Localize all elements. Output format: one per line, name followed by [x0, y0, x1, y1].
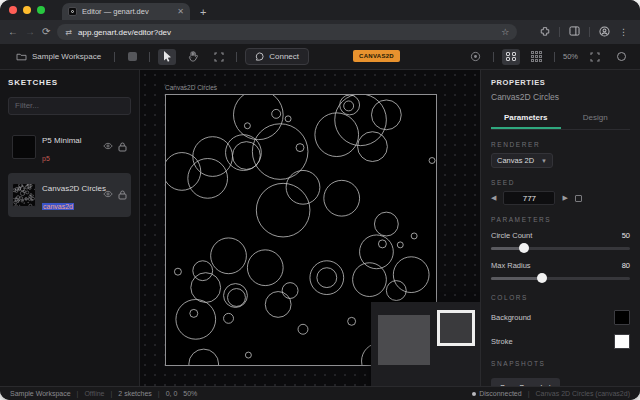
param-row-circle-count: Circle Count 50 — [491, 231, 630, 240]
status-workspace: Sample Workspace — [10, 390, 71, 397]
grid-2x2-icon — [506, 52, 516, 62]
profile-icon[interactable] — [599, 26, 610, 39]
pan-tool-button[interactable] — [184, 49, 202, 65]
divider: | — [77, 390, 79, 397]
properties-title: PROPERTIES — [491, 78, 630, 87]
site-settings-icon[interactable]: ⇄ — [65, 28, 72, 37]
sketch-meta: Canvas2D Circles canvas2d — [42, 177, 97, 213]
lock-icon[interactable] — [118, 190, 127, 200]
stroke-color-swatch[interactable] — [614, 334, 630, 349]
sketch-tag: p5 — [42, 155, 50, 162]
sketch-name: Canvas2D Circles — [42, 184, 106, 193]
sketch-tag: canvas2d — [42, 203, 74, 210]
divider: | — [158, 390, 160, 397]
sketch-actions — [103, 142, 127, 152]
connection-label: Disconnected — [479, 390, 521, 397]
grid-view-button[interactable] — [502, 49, 520, 65]
maximize-window-button[interactable] — [37, 6, 45, 14]
snapshot-preview-panel — [371, 302, 480, 386]
eye-icon[interactable] — [103, 142, 113, 150]
snapshot-thumbnail[interactable] — [378, 315, 430, 365]
forward-icon[interactable]: → — [25, 27, 35, 37]
divider — [559, 27, 560, 37]
random-seed-icon[interactable] — [575, 195, 582, 202]
back-icon[interactable]: ← — [8, 27, 18, 37]
sketch-item-canvas2d-circles[interactable]: Canvas2D Circles canvas2d — [8, 173, 131, 217]
browser-actions: ⋮ — [540, 26, 632, 39]
slider-thumb[interactable] — [519, 243, 529, 253]
connection-status: Disconnected — [472, 390, 521, 397]
renderer-dropdown[interactable]: Canvas 2D ▼ — [491, 153, 553, 168]
bookmark-star-icon[interactable]: ☆ — [501, 27, 509, 37]
eye-icon[interactable] — [103, 190, 113, 198]
background-color-swatch[interactable] — [614, 310, 630, 325]
param-value: 80 — [622, 261, 630, 270]
extensions-icon[interactable] — [540, 26, 550, 38]
circle-count-slider[interactable] — [491, 243, 630, 253]
select-tool-button[interactable] — [158, 49, 176, 65]
properties-tabs: Parameters Design — [491, 109, 630, 130]
status-coordinates: 0, 0 — [166, 390, 178, 397]
browser-window: Editor — genart.dev ✕ + ← → ⟳ ⇄ app.gena… — [0, 0, 640, 400]
browser-tab[interactable]: Editor — genart.dev ✕ — [62, 3, 190, 20]
editor-toolbar: Sample Workspace Connect CANVAS2D — [0, 44, 640, 70]
sketch-item-p5-minimal[interactable]: P5 Minimal p5 — [8, 125, 131, 169]
tab-parameters[interactable]: Parameters — [491, 109, 561, 129]
filter-input[interactable] — [8, 97, 131, 115]
tab-design[interactable]: Design — [561, 109, 631, 129]
folder-icon — [15, 51, 27, 63]
tab-favicon-icon — [68, 7, 77, 16]
zoom-fit-button[interactable] — [586, 49, 604, 65]
stop-render-button[interactable] — [123, 49, 141, 65]
snapshots-section-label: SNAPSHOTS — [491, 360, 630, 367]
close-window-button[interactable] — [9, 6, 17, 14]
param-label: Max Radius — [491, 261, 531, 270]
hand-icon — [188, 51, 198, 62]
divider — [114, 52, 115, 62]
fit-view-button[interactable] — [210, 49, 228, 65]
reload-icon[interactable]: ⟳ — [42, 27, 50, 37]
divider: | — [528, 390, 530, 397]
status-offline: Offline — [84, 390, 104, 397]
new-tab-button[interactable]: + — [200, 4, 206, 20]
workspace-button[interactable]: Sample Workspace — [10, 48, 106, 66]
minimize-window-button[interactable] — [23, 6, 31, 14]
record-button[interactable] — [467, 49, 485, 65]
color-row-background: Background — [491, 310, 630, 325]
renderer-value: Canvas 2D — [497, 156, 534, 165]
address-bar[interactable]: ⇄ app.genart.dev/editor?dev ☆ — [57, 24, 517, 40]
seed-value-input[interactable]: 777 — [503, 191, 555, 205]
sketch-actions — [103, 190, 127, 200]
divider — [554, 52, 555, 62]
fine-grid-button[interactable] — [528, 49, 546, 65]
param-label: Circle Count — [491, 231, 532, 240]
snapshot-thumbnail-selected[interactable] — [437, 310, 475, 346]
param-value: 50 — [622, 231, 630, 240]
chat-bubble-icon — [255, 52, 264, 61]
parameters-section-label: PARAMETERS — [491, 216, 630, 223]
max-radius-slider[interactable] — [491, 273, 630, 283]
browser-menu-icon[interactable]: ⋮ — [619, 27, 628, 37]
divider — [149, 52, 150, 62]
sketch-thumbnail — [12, 183, 36, 207]
chevron-down-icon: ▼ — [541, 158, 547, 164]
side-panel-icon[interactable] — [569, 26, 580, 38]
stop-icon — [128, 52, 137, 61]
toolbar-right-group: 50% — [467, 49, 630, 65]
seed-next-button[interactable]: ▶ — [562, 194, 567, 202]
zoom-reset-button[interactable] — [612, 49, 630, 65]
browser-urlbar: ← → ⟳ ⇄ app.genart.dev/editor?dev ☆ ⋮ — [0, 20, 640, 44]
lock-icon[interactable] — [118, 142, 127, 152]
tab-close-icon[interactable]: ✕ — [177, 8, 184, 16]
seed-prev-button[interactable]: ◀ — [491, 194, 496, 202]
slider-thumb[interactable] — [537, 273, 547, 283]
renderer-section-label: RENDERER — [491, 141, 630, 148]
active-sketch-label: Canvas 2D Circles (canvas2d) — [535, 390, 630, 397]
divider — [589, 27, 590, 37]
tab-title: Editor — genart.dev — [82, 7, 172, 16]
status-sketch-count: 2 sketches — [118, 390, 151, 397]
editor-content: SKETCHES P5 Minimal p5 — [0, 70, 640, 386]
connect-button[interactable]: Connect — [245, 48, 309, 65]
properties-sketch-name: Canvas2D Circles — [491, 92, 630, 102]
sketch-meta: P5 Minimal p5 — [42, 129, 97, 165]
